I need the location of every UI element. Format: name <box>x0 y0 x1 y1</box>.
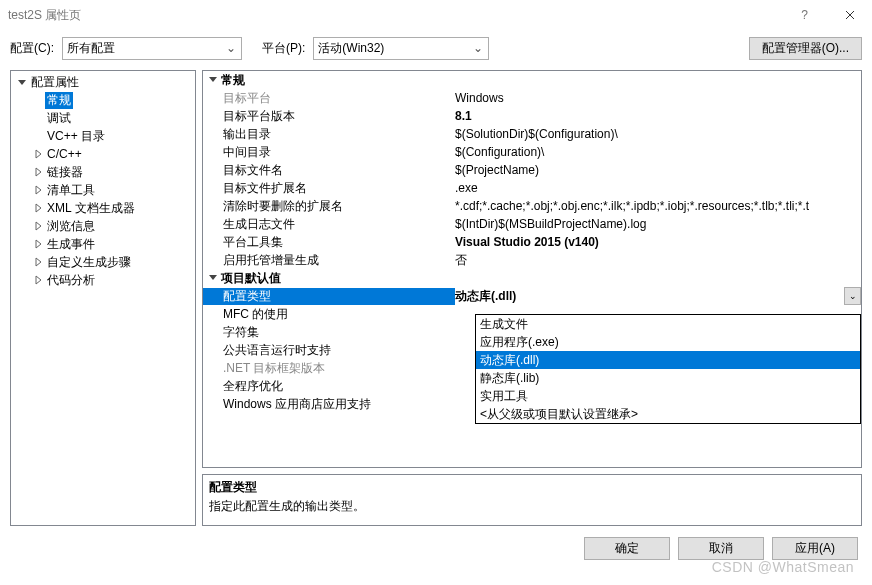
property-name: 清除时要删除的扩展名 <box>203 198 455 215</box>
description-panel: 配置类型 指定此配置生成的输出类型。 <box>202 474 862 526</box>
property-value[interactable]: 否 <box>455 252 861 269</box>
collapse-icon[interactable] <box>205 73 221 87</box>
property-name: MFC 的使用 <box>203 306 455 323</box>
dropdown-button[interactable]: ⌄ <box>844 287 861 305</box>
property-name: 全程序优化 <box>203 378 455 395</box>
tree-item[interactable]: 链接器 <box>11 163 195 181</box>
config-type-dropdown[interactable]: 生成文件应用程序(.exe)动态库(.dll)静态库(.lib)实用工具<从父级… <box>475 314 861 424</box>
window-title: test2S 属性页 <box>8 7 782 24</box>
expand-icon[interactable] <box>31 257 45 267</box>
apply-button[interactable]: 应用(A) <box>772 537 858 560</box>
property-row[interactable]: 输出目录$(SolutionDir)$(Configuration)\ <box>203 125 861 143</box>
title-bar: test2S 属性页 ? <box>0 0 872 30</box>
dropdown-option[interactable]: 动态库(.dll) <box>476 351 860 369</box>
platform-select[interactable]: 活动(Win32) ⌄ <box>313 37 489 60</box>
close-icon <box>845 10 855 20</box>
expand-icon[interactable] <box>31 167 45 177</box>
property-row[interactable]: 平台工具集Visual Studio 2015 (v140) <box>203 233 861 251</box>
group-label: 项目默认值 <box>221 270 281 287</box>
tree-item[interactable]: XML 文档生成器 <box>11 199 195 217</box>
help-button[interactable]: ? <box>782 0 827 30</box>
property-row[interactable]: 配置类型动态库(.dll)⌄ <box>203 287 861 305</box>
expand-icon[interactable] <box>31 275 45 285</box>
property-name: .NET 目标框架版本 <box>203 360 455 377</box>
property-value[interactable]: 动态库(.dll) <box>455 288 861 305</box>
tree-item[interactable]: 代码分析 <box>11 271 195 289</box>
property-row[interactable]: 目标文件扩展名.exe <box>203 179 861 197</box>
config-select[interactable]: 所有配置 ⌄ <box>62 37 242 60</box>
tree-item-label: 调试 <box>45 110 73 127</box>
property-row[interactable]: 目标平台版本8.1 <box>203 107 861 125</box>
dropdown-option[interactable]: 生成文件 <box>476 315 860 333</box>
tree-item[interactable]: 自定义生成步骤 <box>11 253 195 271</box>
platform-value: 活动(Win32) <box>318 40 384 57</box>
property-name: Windows 应用商店应用支持 <box>203 396 455 413</box>
tree-item-label: 链接器 <box>45 164 85 181</box>
config-tree[interactable]: 配置属性 常规调试VC++ 目录C/C++链接器清单工具XML 文档生成器浏览信… <box>10 70 196 526</box>
description-text: 指定此配置生成的输出类型。 <box>209 498 855 515</box>
property-name: 字符集 <box>203 324 455 341</box>
property-value[interactable]: Visual Studio 2015 (v140) <box>455 235 861 249</box>
ok-button[interactable]: 确定 <box>584 537 670 560</box>
description-title: 配置类型 <box>209 479 855 496</box>
property-grid[interactable]: 常规目标平台Windows目标平台版本8.1输出目录$(SolutionDir)… <box>202 70 862 468</box>
property-panel: 常规目标平台Windows目标平台版本8.1输出目录$(SolutionDir)… <box>202 70 862 526</box>
tree-item[interactable]: 清单工具 <box>11 181 195 199</box>
property-value[interactable]: Windows <box>455 91 861 105</box>
property-value[interactable]: $(SolutionDir)$(Configuration)\ <box>455 127 861 141</box>
dropdown-option[interactable]: 静态库(.lib) <box>476 369 860 387</box>
property-row[interactable]: 清除时要删除的扩展名*.cdf;*.cache;*.obj;*.obj.enc;… <box>203 197 861 215</box>
cancel-button[interactable]: 取消 <box>678 537 764 560</box>
property-group[interactable]: 常规 <box>203 71 861 89</box>
property-group[interactable]: 项目默认值 <box>203 269 861 287</box>
collapse-icon[interactable] <box>15 77 29 87</box>
expand-icon[interactable] <box>31 221 45 231</box>
property-value[interactable]: *.cdf;*.cache;*.obj;*.obj.enc;*.ilk;*.ip… <box>455 199 861 213</box>
property-row[interactable]: 启用托管增量生成否 <box>203 251 861 269</box>
property-name: 目标文件扩展名 <box>203 180 455 197</box>
property-row[interactable]: 中间目录$(Configuration)\ <box>203 143 861 161</box>
tree-item[interactable]: 生成事件 <box>11 235 195 253</box>
close-button[interactable] <box>827 0 872 30</box>
toolbar: 配置(C): 所有配置 ⌄ 平台(P): 活动(Win32) ⌄ 配置管理器(O… <box>0 30 872 66</box>
tree-root[interactable]: 配置属性 <box>11 73 195 91</box>
tree-item-label: VC++ 目录 <box>45 128 107 145</box>
tree-item[interactable]: 常规 <box>11 91 195 109</box>
tree-item-label: XML 文档生成器 <box>45 200 137 217</box>
property-row[interactable]: 目标平台Windows <box>203 89 861 107</box>
property-value[interactable]: $(IntDir)$(MSBuildProjectName).log <box>455 217 861 231</box>
property-value[interactable]: .exe <box>455 181 861 195</box>
property-name: 目标平台 <box>203 90 455 107</box>
tree-root-label: 配置属性 <box>29 74 81 91</box>
tree-item[interactable]: 调试 <box>11 109 195 127</box>
tree-item[interactable]: VC++ 目录 <box>11 127 195 145</box>
tree-item-label: 代码分析 <box>45 272 97 289</box>
property-value[interactable]: $(ProjectName) <box>455 163 861 177</box>
property-name: 公共语言运行时支持 <box>203 342 455 359</box>
tree-item-label: 浏览信息 <box>45 218 97 235</box>
expand-icon[interactable] <box>31 203 45 213</box>
config-label: 配置(C): <box>10 40 54 57</box>
tree-item[interactable]: C/C++ <box>11 145 195 163</box>
collapse-icon[interactable] <box>205 271 221 285</box>
property-row[interactable]: 生成日志文件$(IntDir)$(MSBuildProjectName).log <box>203 215 861 233</box>
property-row[interactable]: 目标文件名$(ProjectName) <box>203 161 861 179</box>
tree-item[interactable]: 浏览信息 <box>11 217 195 235</box>
property-name: 输出目录 <box>203 126 455 143</box>
dropdown-option[interactable]: 应用程序(.exe) <box>476 333 860 351</box>
expand-icon[interactable] <box>31 185 45 195</box>
property-name: 配置类型 <box>203 288 455 305</box>
property-name: 启用托管增量生成 <box>203 252 455 269</box>
dropdown-option[interactable]: <从父级或项目默认设置继承> <box>476 405 860 423</box>
config-manager-button[interactable]: 配置管理器(O)... <box>749 37 862 60</box>
property-name: 目标平台版本 <box>203 108 455 125</box>
property-name: 目标文件名 <box>203 162 455 179</box>
tree-item-label: C/C++ <box>45 147 84 161</box>
property-value[interactable]: 8.1 <box>455 109 861 123</box>
expand-icon[interactable] <box>31 149 45 159</box>
chevron-down-icon: ⌄ <box>470 41 486 55</box>
dropdown-option[interactable]: 实用工具 <box>476 387 860 405</box>
tree-item-label: 清单工具 <box>45 182 97 199</box>
expand-icon[interactable] <box>31 239 45 249</box>
property-value[interactable]: $(Configuration)\ <box>455 145 861 159</box>
